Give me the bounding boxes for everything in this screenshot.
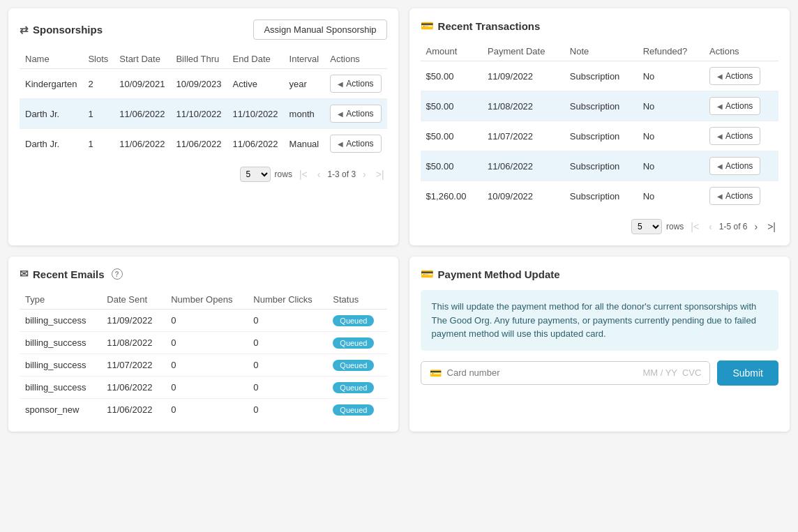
actions-arrow-icon: ◀	[717, 132, 723, 140]
recent-transactions-panel: 💳 Recent Transactions Amount Payment Dat…	[409, 8, 790, 245]
table-row: sponsor_new 11/06/2022 0 0 Queued	[20, 399, 387, 421]
cell-refunded: No	[638, 91, 704, 121]
actions-button[interactable]: ◀ Actions	[709, 187, 760, 205]
actions-arrow-icon: ◀	[338, 140, 343, 148]
cell-refunded: No	[638, 181, 704, 211]
tx-next-page-button[interactable]: ›	[752, 220, 761, 233]
cell-slots: 1	[82, 99, 114, 129]
sponsorships-header: ⇄ Sponsorships Assign Manual Sponsorship	[20, 20, 387, 40]
emails-help-icon[interactable]: ?	[112, 268, 123, 280]
cell-opens: 0	[165, 399, 248, 421]
cell-date-sent: 11/08/2022	[101, 332, 165, 354]
sponsorships-title: ⇄ Sponsorships	[20, 24, 103, 36]
tx-first-page-button[interactable]: |<	[688, 220, 702, 233]
sponsorships-panel: ⇄ Sponsorships Assign Manual Sponsorship…	[8, 8, 398, 245]
col-type: Type	[20, 290, 101, 310]
tx-prev-page-button[interactable]: ‹	[706, 220, 715, 233]
cell-status: Queued	[327, 377, 386, 399]
cell-start-date: 11/06/2022	[114, 129, 170, 159]
actions-arrow-icon: ◀	[717, 102, 723, 110]
status-badge: Queued	[333, 404, 374, 416]
card-icon: 💳	[430, 367, 442, 379]
exp-cvc-placeholder: MM / YY CVC	[642, 367, 701, 378]
payment-header: 💳 Payment Method Update	[421, 268, 778, 280]
col-number-clicks: Number Clicks	[248, 290, 327, 310]
cell-type: billing_success	[20, 377, 101, 399]
table-row: Darth Jr. 1 11/06/2022 11/06/2022 11/06/…	[20, 129, 387, 159]
transactions-page-info: 1-5 of 6	[719, 222, 748, 231]
cell-opens: 0	[165, 354, 248, 377]
card-input-row: 💳 MM / YY CVC Submit	[421, 360, 778, 386]
emails-header: ✉ Recent Emails ?	[20, 268, 387, 280]
submit-button[interactable]: Submit	[717, 360, 778, 386]
tx-last-page-button[interactable]: >|	[765, 220, 778, 233]
col-billed-thru: Billed Thru	[170, 50, 227, 69]
cell-name: Kindergarten	[20, 69, 82, 99]
actions-arrow-icon: ◀	[717, 73, 723, 80]
table-row: $50.00 11/06/2022 Subscription No ◀ Acti…	[421, 151, 778, 181]
cell-refunded: No	[638, 121, 704, 151]
emails-table: Type Date Sent Number Opens Number Click…	[20, 290, 387, 420]
transactions-icon: 💳	[421, 20, 434, 32]
rows-label-tx: rows	[666, 222, 684, 231]
cell-date-sent: 11/07/2022	[101, 354, 165, 377]
cell-actions: ◀ Actions	[324, 99, 386, 129]
transactions-rows-select[interactable]: 5 10 25	[631, 219, 662, 234]
cell-refunded: No	[638, 61, 704, 91]
transactions-title: 💳 Recent Transactions	[421, 20, 541, 32]
cell-payment-date: 11/07/2022	[482, 121, 564, 151]
cell-interval: year	[284, 69, 325, 99]
sponsorships-pagination: 5 10 25 rows |< ‹ 1-3 of 3 › >|	[20, 167, 387, 182]
cell-amount: $50.00	[421, 61, 482, 91]
cell-note: Subscription	[564, 61, 638, 91]
cell-amount: $1,260.00	[421, 181, 482, 211]
table-row: $1,260.00 10/09/2022 Subscription No ◀ A…	[421, 181, 778, 211]
actions-button[interactable]: ◀ Actions	[709, 157, 760, 175]
sponsorships-table: Name Slots Start Date Billed Thru End Da…	[20, 50, 387, 158]
cell-clicks: 0	[248, 332, 327, 354]
col-actions: Actions	[324, 50, 386, 69]
actions-button[interactable]: ◀ Actions	[330, 75, 381, 93]
emails-title: ✉ Recent Emails ?	[20, 268, 123, 280]
cell-start-date: 11/06/2022	[114, 99, 170, 129]
card-number-input[interactable]	[447, 367, 638, 378]
cell-start-date: 10/09/2021	[114, 69, 170, 99]
cell-status: Queued	[327, 354, 386, 377]
first-page-button[interactable]: |<	[296, 168, 310, 181]
actions-button[interactable]: ◀ Actions	[709, 97, 760, 115]
assign-manual-sponsorship-button[interactable]: Assign Manual Sponsorship	[253, 20, 386, 40]
actions-button[interactable]: ◀ Actions	[330, 105, 381, 123]
recent-emails-panel: ✉ Recent Emails ? Type Date Sent Number …	[8, 257, 398, 432]
table-row: $50.00 11/08/2022 Subscription No ◀ Acti…	[421, 91, 778, 121]
payment-title: 💳 Payment Method Update	[421, 268, 560, 280]
transactions-header: 💳 Recent Transactions	[421, 20, 778, 32]
col-note: Note	[564, 42, 638, 61]
cell-amount: $50.00	[421, 151, 482, 181]
cell-type: billing_success	[20, 354, 101, 377]
payment-icon: 💳	[421, 268, 434, 280]
sponsorships-rows-select[interactable]: 5 10 25	[240, 167, 271, 182]
cell-interval: Manual	[284, 129, 325, 159]
col-start-date: Start Date	[114, 50, 170, 69]
actions-button[interactable]: ◀ Actions	[709, 67, 760, 85]
col-name: Name	[20, 50, 82, 69]
prev-page-button[interactable]: ‹	[315, 168, 324, 181]
cell-billed-thru: 11/06/2022	[170, 129, 227, 159]
cell-actions: ◀ Actions	[704, 121, 778, 151]
next-page-button[interactable]: ›	[360, 168, 369, 181]
cell-status: Queued	[327, 399, 386, 421]
cell-payment-date: 11/08/2022	[482, 91, 564, 121]
cell-end-date: Active	[227, 69, 284, 99]
table-row: billing_success 11/08/2022 0 0 Queued	[20, 332, 387, 354]
cell-slots: 2	[82, 69, 114, 99]
col-number-opens: Number Opens	[165, 290, 248, 310]
card-input-wrap: 💳 MM / YY CVC	[421, 361, 711, 385]
actions-button[interactable]: ◀ Actions	[709, 127, 760, 145]
table-row: $50.00 11/07/2022 Subscription No ◀ Acti…	[421, 121, 778, 151]
cell-actions: ◀ Actions	[324, 69, 386, 99]
actions-button[interactable]: ◀ Actions	[330, 135, 381, 153]
table-row: billing_success 11/06/2022 0 0 Queued	[20, 377, 387, 399]
col-amount: Amount	[421, 42, 482, 61]
last-page-button[interactable]: >|	[373, 168, 387, 181]
col-end-date: End Date	[227, 50, 284, 69]
